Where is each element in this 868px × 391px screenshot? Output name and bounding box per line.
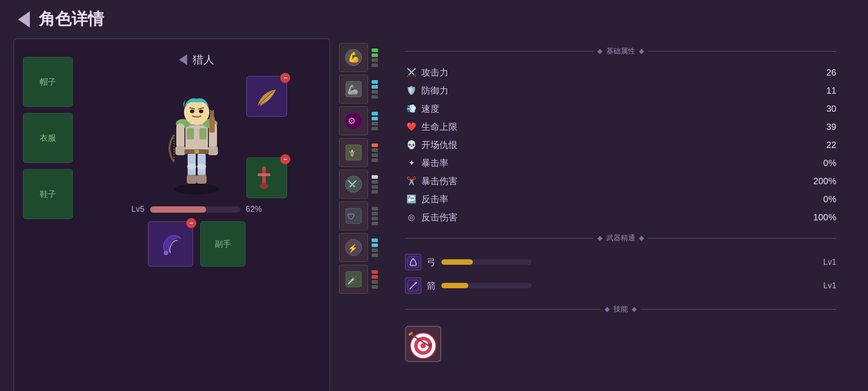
svg-line-0 [259, 91, 274, 105]
svg-rect-29 [197, 175, 207, 184]
svg-rect-6 [187, 128, 194, 139]
base-stats-title: 基础属性 [606, 47, 635, 56]
list-item[interactable]: ⚡ [339, 233, 378, 262]
skill-icon-1[interactable] [405, 326, 441, 362]
arrow-icon [405, 277, 421, 294]
level-bar-fill [150, 206, 206, 213]
character-name-area: 猎人 [179, 52, 214, 67]
bow-mastery-bar-bg [441, 259, 532, 265]
arrow-mastery-bar-bg [441, 283, 532, 288]
wm-diamond-left [597, 236, 602, 241]
list-item[interactable]: 🦾 [339, 75, 378, 104]
character-panel: 帽子 衣服 鞋子 猎人 − [14, 38, 330, 391]
back-button[interactable] [18, 11, 30, 28]
stat-crit-dmg: ✂️ 暴击伤害 200% [405, 172, 836, 190]
svg-rect-3 [258, 173, 270, 176]
svg-text:⚙: ⚙ [348, 116, 356, 126]
equipment-slots-left: 帽子 衣服 鞋子 [23, 57, 73, 219]
bottom-slots: − 副手 [148, 221, 245, 267]
sk-divider-left [405, 309, 601, 310]
wm-diamond-right [639, 236, 644, 241]
svg-rect-18 [208, 146, 218, 155]
arrow-mastery-bar-fill [441, 283, 468, 288]
stat-attack-value: 26 [800, 67, 836, 78]
bow-mastery-bar-fill [441, 259, 473, 265]
svg-point-4 [174, 184, 219, 195]
list-item[interactable]: ⚔️ [339, 170, 378, 199]
svg-text:🗡: 🗡 [347, 148, 356, 158]
bow-icon [405, 254, 421, 270]
equip-icon-1[interactable]: 💪 [339, 43, 368, 72]
stat-aggro: 💀 开场仇恨 22 [405, 136, 836, 154]
offhand-slot[interactable]: 副手 [200, 221, 245, 267]
stat-defense: 🛡️ 防御力 11 [405, 81, 836, 100]
weapon-mastery-title: 武器精通 [606, 234, 635, 243]
wm-divider-left [405, 238, 594, 238]
equipment-list-panel: 💪 🦾 ⚙ [330, 38, 387, 391]
stat-defense-value: 11 [800, 86, 836, 96]
crit-dmg-icon: ✂️ [405, 175, 418, 187]
list-item[interactable]: ⚙ [339, 106, 378, 135]
skills-title: 技能 [613, 305, 628, 314]
character-center: 猎人 − [82, 48, 311, 267]
remove-badge-weapon[interactable]: − [186, 218, 196, 228]
remove-badge-1[interactable]: − [280, 73, 290, 83]
shoes-slot[interactable]: 鞋子 [23, 169, 73, 219]
attack-icon: ⚔️ [405, 66, 418, 79]
char-prev-button[interactable] [179, 54, 187, 65]
equip-icon-5[interactable]: ⚔️ [339, 170, 368, 199]
hp-icon: ❤️ [405, 120, 418, 133]
bow-name: 弓 [427, 256, 436, 268]
bow-mastery-level: Lv1 [823, 257, 836, 267]
counter-rate-icon: ↩️ [405, 193, 418, 205]
clothes-slot[interactable]: 衣服 [23, 113, 73, 163]
list-item[interactable]: 🗡 [339, 138, 378, 167]
svg-rect-20 [209, 117, 215, 133]
equipped-item-1[interactable]: − [246, 76, 287, 117]
header: 角色详情 [0, 0, 868, 38]
svg-text:⚡: ⚡ [348, 243, 358, 253]
arrow-name: 箭 [427, 280, 436, 292]
svg-point-27 [197, 163, 206, 170]
character-name: 猎人 [193, 52, 214, 67]
stat-counter-rate-name: 反击率 [421, 193, 800, 205]
level-percent: 62% [246, 205, 262, 214]
main-content: 帽子 衣服 鞋子 猎人 − [0, 38, 868, 391]
svg-text:⚔️: ⚔️ [347, 180, 358, 190]
stat-counter-rate: ↩️ 反击率 0% [405, 190, 836, 208]
page-title: 角色详情 [39, 8, 104, 30]
equip-icon-3[interactable]: ⚙ [339, 106, 368, 135]
list-item[interactable]: 💪 [339, 43, 378, 72]
weapon-slot[interactable]: − [148, 221, 193, 267]
list-item[interactable]: 🛡 [339, 201, 378, 230]
defense-icon: 🛡️ [405, 84, 418, 97]
stat-defense-name: 防御力 [421, 85, 800, 97]
stat-crit-dmg-value: 200% [800, 176, 836, 186]
aggro-icon: 💀 [405, 138, 418, 151]
base-stats-divider: 基础属性 [405, 47, 836, 56]
equip-icon-8[interactable]: 🗡️ [339, 265, 368, 294]
stat-aggro-name: 开场仇恨 [421, 139, 800, 151]
sk-diamond-right [632, 307, 637, 312]
stat-attack: ⚔️ 攻击力 26 [405, 63, 836, 81]
hat-slot[interactable]: 帽子 [23, 57, 73, 107]
remove-badge-2[interactable]: − [280, 154, 290, 164]
stat-aggro-value: 22 [800, 140, 836, 150]
stat-counter-dmg: ◎ 反击伤害 100% [405, 208, 836, 226]
equip-icon-4[interactable]: 🗡 [339, 138, 368, 167]
equip-icon-7[interactable]: ⚡ [339, 233, 368, 262]
equipped-item-2[interactable]: − [246, 157, 287, 198]
stats-panel: 基础属性 ⚔️ 攻击力 26 🛡️ 防御力 11 💨 速度 30 ❤️ 生命上限… [387, 38, 854, 391]
list-item[interactable]: 🗡️ [339, 265, 378, 294]
svg-text:🛡: 🛡 [347, 212, 355, 221]
svg-point-11 [190, 110, 194, 113]
stat-hp-name: 生命上限 [421, 121, 800, 133]
equip-icon-2[interactable]: 🦾 [339, 75, 368, 104]
equip-icon-6[interactable]: 🛡 [339, 201, 368, 230]
svg-rect-28 [187, 175, 197, 184]
stat-speed: 💨 速度 30 [405, 100, 836, 118]
svg-point-32 [164, 251, 168, 255]
stat-crit-rate: ✦ 暴击率 0% [405, 154, 836, 172]
crit-rate-icon: ✦ [405, 157, 418, 169]
skills-divider: 技能 [405, 305, 836, 314]
